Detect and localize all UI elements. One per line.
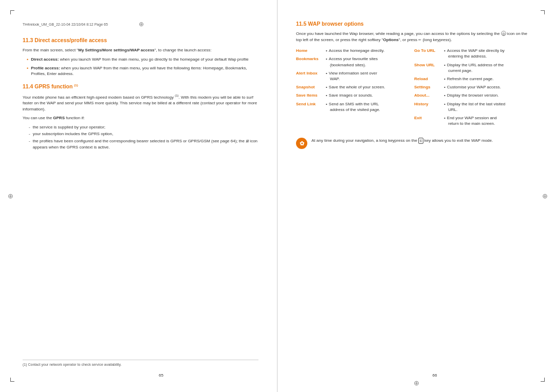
info-text: At any time during your navigation, a lo…: [311, 138, 493, 144]
left-page: ⊕ TH4relook_UM_GB_22-10-04 22/10/04 8:12…: [0, 0, 278, 392]
wap-options-table: Home • Access the homepage directly. Boo…: [296, 47, 532, 130]
wap-col-left: Home • Access the homepage directly. Boo…: [296, 47, 414, 130]
wap-row-send-link: Send Link • Send an SMS with the URL add…: [296, 101, 414, 113]
left-footnote: (1) Contact your network operator to che…: [23, 360, 258, 366]
wap-row-settings: Settings • Customise your WAP access.: [414, 84, 532, 90]
left-page-number: 65: [23, 373, 300, 378]
info-icon: ✿: [296, 138, 307, 149]
wap-row-alert-inbox: Alert Inbox • View information sent over…: [296, 70, 414, 82]
gprs-dash-list: - the service is supplied by your operat…: [29, 124, 258, 150]
gprs-conditions-intro: You can use the GPRS function if:: [23, 115, 258, 121]
wap-row-about: About... • Display the browser version.: [414, 92, 532, 98]
dash-item-3: - the profiles have been configured and …: [29, 138, 258, 150]
wap-row-bookmarks: Bookmarks • Access your favourite sites …: [296, 56, 414, 67]
wap-row-goto-url: Go To URL • Access the WAP site directly…: [414, 48, 532, 59]
section-11-5-title: 11.5 WAP browser options: [296, 21, 532, 27]
wap-row-show-url: Show URL • Display the URL address of th…: [414, 62, 532, 73]
cross-bottom: ⊕: [412, 379, 420, 387]
corner-tl: [10, 10, 14, 14]
cross-left: ⊕: [6, 192, 14, 200]
dash-item-2: - your subscription includes the GPRS op…: [29, 131, 258, 137]
section-11-3-bullets: • Direct access: when you launch WAP fro…: [27, 57, 258, 77]
bullet-direct-access: • Direct access: when you launch WAP fro…: [27, 57, 258, 63]
section-11-4-intro: Your mobile phone has an efficient high-…: [23, 94, 258, 112]
wap-row-exit: Exit • End your WAP session and return t…: [414, 115, 532, 126]
wap-icon: ◎: [501, 31, 506, 36]
section-11-3-intro: From the main screen, select "My Setting…: [23, 47, 258, 53]
c-key: c: [418, 138, 423, 144]
wap-row-home: Home • Access the homepage directly.: [296, 48, 414, 53]
corner-tr: [541, 10, 545, 14]
wap-row-snapshot: Snapshot • Save the whole of your screen…: [296, 84, 414, 90]
page-container: ⊕ TH4relook_UM_GB_22-10-04 22/10/04 8:12…: [0, 0, 555, 392]
right-page-number: 66: [296, 373, 555, 378]
section-11-3-title: 11.3 Direct access/profile access: [23, 37, 258, 43]
dash-item-1: - the service is supplied by your operat…: [29, 124, 258, 130]
bullet-profile-access: • Profile access: when you launch WAP fr…: [27, 65, 258, 77]
info-box: ✿ At any time during your navigation, a …: [296, 135, 532, 152]
wap-row-reload: Reload • Refresh the current page.: [414, 76, 532, 82]
section-11-4: 11.4 GPRS function (1) Your mobile phone…: [23, 83, 258, 150]
section-11-5-intro: Once you have launched the Wap browser, …: [296, 31, 532, 43]
section-11-3: 11.3 Direct access/profile access From t…: [23, 37, 258, 77]
header-crosshair: [139, 21, 146, 28]
section-11-5: 11.5 WAP browser options Once you have l…: [296, 21, 532, 152]
corner-bl: [10, 378, 14, 382]
left-page-header: TH4relook_UM_GB_22-10-04 22/10/04 8:12 P…: [23, 21, 258, 28]
wap-col-right: Go To URL • Access the WAP site directly…: [414, 47, 532, 130]
cross-right: ⊕: [541, 192, 549, 200]
header-text: TH4relook_UM_GB_22-10-04 22/10/04 8:12 P…: [23, 23, 108, 26]
right-page: ⊕ ⊕ 11.5 WAP browser options Once you ha…: [278, 0, 555, 392]
corner-br: [541, 378, 545, 382]
wap-row-history: History • Display the list of the last v…: [414, 101, 532, 113]
section-11-4-title: 11.4 GPRS function (1): [23, 83, 258, 89]
menu-path: My Settings/More settings/WAP access: [78, 48, 154, 52]
wap-row-save-items: Save Items • Save images or sounds.: [296, 92, 414, 98]
